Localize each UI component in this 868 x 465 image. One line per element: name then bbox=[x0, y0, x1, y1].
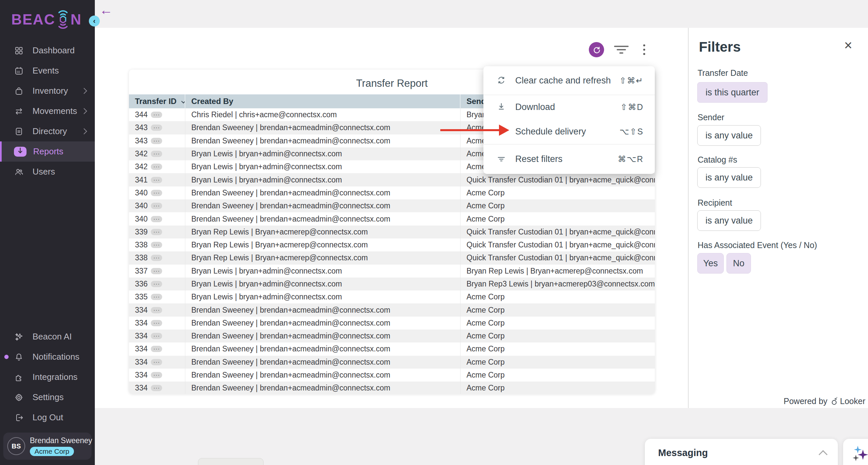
row-more-badge[interactable]: ··· bbox=[151, 229, 162, 235]
close-icon[interactable]: × bbox=[844, 38, 852, 52]
row-more-badge[interactable]: ··· bbox=[151, 203, 162, 209]
bell-icon bbox=[14, 352, 24, 362]
sidebar-item-reports[interactable]: Reports bbox=[0, 141, 95, 162]
cell-created-by: Chris Riedel | chris+acme@connectsx.com bbox=[185, 108, 461, 121]
menu-item-download[interactable]: Download⇧⌘D bbox=[484, 95, 655, 119]
cell-transfer-id[interactable]: 334··· bbox=[129, 317, 185, 330]
sidebar-item-settings[interactable]: Settings bbox=[0, 387, 95, 407]
calendar-icon bbox=[14, 66, 24, 76]
row-more-badge[interactable]: ··· bbox=[151, 138, 162, 144]
row-more-badge[interactable]: ··· bbox=[151, 333, 162, 339]
row-more-badge[interactable]: ··· bbox=[151, 177, 162, 183]
top-band bbox=[95, 0, 868, 28]
transfer-id-value: 335 bbox=[135, 293, 148, 301]
cell-transfer-id[interactable]: 341··· bbox=[129, 173, 185, 186]
cell-transfer-id[interactable]: 334··· bbox=[129, 369, 185, 381]
cell-transfer-id[interactable]: 334··· bbox=[129, 356, 185, 369]
sidebar-item-users[interactable]: Users bbox=[0, 162, 95, 182]
row-more-badge[interactable]: ··· bbox=[151, 359, 162, 365]
transfer-id-value: 336 bbox=[135, 279, 148, 289]
row-more-badge[interactable]: ··· bbox=[151, 164, 162, 170]
filter-value-transfer-date[interactable]: is this quarter bbox=[697, 82, 768, 103]
cell-transfer-id[interactable]: 340··· bbox=[129, 187, 185, 199]
messaging-panel[interactable]: Messaging bbox=[645, 439, 838, 465]
filter-value-catalog-s[interactable]: is any value bbox=[697, 167, 761, 188]
avatar: BS bbox=[7, 437, 25, 455]
filter-lines-icon bbox=[497, 154, 508, 164]
row-more-badge[interactable]: ··· bbox=[151, 385, 162, 391]
row-more-badge[interactable]: ··· bbox=[151, 255, 162, 261]
sidebar-item-label: Inventory bbox=[32, 86, 68, 96]
sidebar-item-notifications[interactable]: Notifications bbox=[0, 347, 95, 367]
sidebar-item-dashboard[interactable]: Dashboard bbox=[0, 40, 95, 61]
cell-transfer-id[interactable]: 336··· bbox=[129, 277, 185, 291]
sidebar-item-label: Settings bbox=[32, 392, 64, 402]
filter-toggle-yes[interactable]: Yes bbox=[697, 253, 724, 273]
sidebar-item-log-out[interactable]: Log Out bbox=[0, 407, 95, 428]
cell-transfer-id[interactable]: 343··· bbox=[129, 121, 185, 134]
row-more-badge[interactable]: ··· bbox=[151, 294, 162, 300]
cell-transfer-id[interactable]: 344··· bbox=[129, 108, 185, 121]
beacon-ai-button[interactable] bbox=[843, 439, 868, 465]
row-more-badge[interactable]: ··· bbox=[151, 320, 162, 326]
filter-value-sender[interactable]: is any value bbox=[697, 125, 761, 146]
row-more-badge[interactable]: ··· bbox=[151, 307, 162, 313]
column-header-transfer-id[interactable]: Transfer ID bbox=[129, 94, 185, 108]
sidebar-item-movements[interactable]: Movements bbox=[0, 101, 95, 121]
cell-sender: Acme Corp bbox=[461, 330, 655, 342]
sidebar-item-beacon-ai[interactable]: Beacon AI bbox=[0, 327, 95, 347]
row-more-badge[interactable]: ··· bbox=[151, 242, 162, 248]
cell-transfer-id[interactable]: 334··· bbox=[129, 330, 185, 342]
cell-transfer-id[interactable]: 340··· bbox=[129, 199, 185, 212]
row-more-badge[interactable]: ··· bbox=[151, 268, 162, 274]
sidebar: BEAC N DashboardEventsInventoryMovements… bbox=[0, 0, 95, 465]
row-more-badge[interactable]: ··· bbox=[151, 372, 162, 378]
sidebar-item-inventory[interactable]: Inventory bbox=[0, 81, 95, 101]
kebab-menu-icon[interactable] bbox=[642, 42, 647, 57]
transfer-id-value: 343 bbox=[135, 123, 148, 132]
chevron-up-icon[interactable] bbox=[818, 450, 828, 459]
cell-transfer-id[interactable]: 334··· bbox=[129, 303, 185, 316]
sidebar-item-integrations[interactable]: Integrations bbox=[0, 367, 95, 387]
user-card[interactable]: BS Brendan Sweeney Acme Corp bbox=[3, 433, 92, 460]
cell-transfer-id[interactable]: 338··· bbox=[129, 238, 185, 252]
row-more-badge[interactable]: ··· bbox=[151, 151, 162, 157]
sidebar-item-directory[interactable]: Directory bbox=[0, 121, 95, 141]
refresh-button[interactable] bbox=[589, 42, 604, 57]
cell-created-by: Brendan Sweeney | brendan+acmeadmin@conn… bbox=[185, 199, 461, 212]
logo-text-prefix: BEAC bbox=[11, 11, 55, 28]
menu-item-clear-cache-and-refresh[interactable]: Clear cache and refresh⇧⌘↵ bbox=[484, 66, 655, 95]
partial-bottom-button[interactable] bbox=[198, 458, 264, 465]
row-more-badge[interactable]: ··· bbox=[151, 125, 162, 131]
column-header-created-by[interactable]: Created By bbox=[185, 94, 461, 108]
filter-toggle-no[interactable]: No bbox=[726, 253, 751, 273]
cell-transfer-id[interactable]: 334··· bbox=[129, 381, 185, 394]
cell-transfer-id[interactable]: 343··· bbox=[129, 134, 185, 147]
menu-item-reset-filters[interactable]: Reset filters⌘⌥R bbox=[484, 144, 655, 174]
row-more-badge[interactable]: ··· bbox=[151, 190, 162, 196]
sidebar-item-label: Directory bbox=[32, 126, 67, 136]
cell-transfer-id[interactable]: 340··· bbox=[129, 212, 185, 225]
looker-logo-icon bbox=[831, 397, 838, 405]
sidebar-collapse-button[interactable]: ‹ bbox=[89, 15, 100, 27]
cell-transfer-id[interactable]: 342··· bbox=[129, 147, 185, 160]
back-arrow-icon[interactable]: ← bbox=[99, 3, 113, 18]
menu-item-label: Clear cache and refresh bbox=[515, 75, 611, 86]
row-more-badge[interactable]: ··· bbox=[151, 111, 162, 118]
sidebar-item-events[interactable]: Events bbox=[0, 61, 95, 81]
row-more-badge[interactable]: ··· bbox=[151, 216, 162, 222]
row-more-badge[interactable]: ··· bbox=[151, 281, 162, 287]
filter-lines-icon[interactable] bbox=[614, 44, 629, 55]
cell-transfer-id[interactable]: 335··· bbox=[129, 291, 185, 303]
report-download-icon bbox=[14, 147, 27, 157]
cell-transfer-id[interactable]: 338··· bbox=[129, 252, 185, 264]
row-more-badge[interactable]: ··· bbox=[151, 346, 162, 352]
filter-value-recipient[interactable]: is any value bbox=[697, 210, 761, 231]
cell-sender: Acme Corp bbox=[461, 303, 655, 316]
cell-transfer-id[interactable]: 339··· bbox=[129, 226, 185, 238]
transfer-id-value: 342 bbox=[135, 162, 148, 171]
cell-transfer-id[interactable]: 334··· bbox=[129, 342, 185, 355]
cell-transfer-id[interactable]: 337··· bbox=[129, 265, 185, 277]
cell-transfer-id[interactable]: 342··· bbox=[129, 160, 185, 173]
cell-created-by: Bryan Rep Lewis | Bryan+acmerep@connects… bbox=[185, 252, 461, 264]
